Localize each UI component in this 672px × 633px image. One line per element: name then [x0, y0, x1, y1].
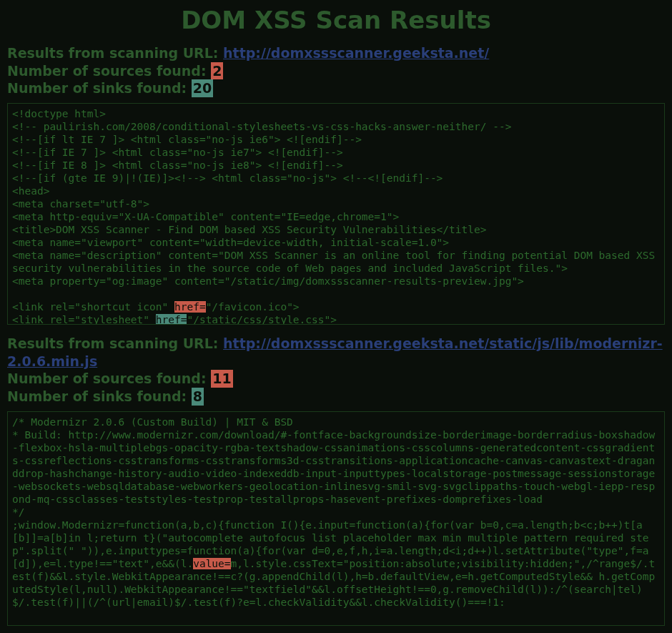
sinks-count: 20: [192, 79, 213, 97]
sinks-line: Number of sinks found: 8: [7, 388, 665, 406]
sources-count: 11: [211, 370, 232, 388]
scan-url-line: Results from scanning URL: http://domxss…: [7, 44, 665, 62]
scan-url-line: Results from scanning URL: http://domxss…: [7, 335, 665, 370]
scan-url-link[interactable]: http://domxssscanner.geeksta.net/: [223, 45, 489, 61]
sources-count: 2: [211, 62, 223, 80]
sources-label: Number of sources found:: [7, 63, 211, 79]
scan-url-label: Results from scanning URL:: [7, 335, 223, 351]
code-block: <!doctype html> <!-- paulirish.com/2008/…: [7, 103, 665, 325]
sources-label: Number of sources found:: [7, 371, 211, 386]
sources-line: Number of sources found: 11: [7, 370, 665, 388]
sources-line: Number of sources found: 2: [7, 62, 665, 80]
sinks-count: 8: [192, 388, 204, 406]
sinks-label: Number of sinks found:: [7, 388, 192, 404]
sinks-label: Number of sinks found:: [7, 80, 192, 96]
scan-url-label: Results from scanning URL:: [7, 45, 223, 61]
page-title: DOM XSS Scan Results: [7, 6, 665, 34]
sinks-line: Number of sinks found: 20: [7, 79, 665, 97]
code-block: /* Modernizr 2.0.6 (Custom Build) | MIT …: [7, 411, 665, 626]
